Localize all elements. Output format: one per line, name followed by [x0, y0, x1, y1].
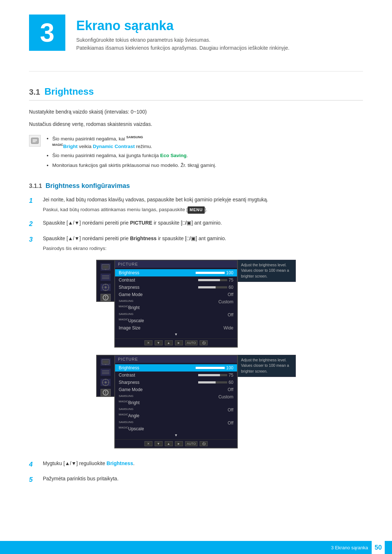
monitor-sidebar-1 [96, 260, 114, 302]
btn-power-2: ⏻ [200, 441, 208, 446]
svg-point-35 [105, 393, 106, 394]
menu-title-1: PICTURE [115, 260, 237, 268]
footer-page-number: 50 [372, 541, 385, 554]
sidebar-icon-1 [101, 263, 111, 271]
chapter-title-area: Ekrano sąranka Sukonfigūruokite tokius e… [76, 15, 289, 53]
footer-text: 3 Ekrano sąranka [331, 545, 368, 550]
monitor-bottom-2: ✕ ▼ ▲ ► AUTO ⏻ [115, 439, 237, 448]
monitor-screen-1: PICTURE Brightness 100 Contrast 75 Sharp… [96, 260, 296, 348]
menu-item-contrast-1: Contrast 75 [115, 276, 237, 284]
sidebar-icon-2-1 [101, 358, 111, 366]
notes-list: Šio meniu pasirinkti negalima, kai SAMSU… [46, 135, 216, 171]
chapter-title: Ekrano sąranka [76, 18, 289, 33]
svg-rect-21 [103, 360, 109, 364]
svg-point-19 [105, 298, 106, 299]
page-footer: 3 Ekrano sąranka 50 [0, 541, 392, 554]
btn-x-2: ✕ [144, 441, 152, 446]
down-arrow-1: ▼ [115, 332, 237, 337]
menu-item-gamemode-1: Game Mode Off [115, 291, 237, 298]
menu-item-sharpness-1: Sharpness 60 [115, 284, 237, 291]
monitor-bottom-1: ✕ ▼ ▲ ► AUTO ⏻ [115, 338, 237, 347]
chapter-header: 3 Ekrano sąranka Sukonfigūruokite tokius… [29, 15, 363, 60]
monitor-hint-2: Adjust the brightness level. Values clos… [238, 355, 296, 377]
menu-item-magicbright-2: SAMSUNGMAGICBright Custom [115, 393, 237, 406]
monitor-hint-1: Adjust the brightness level. Values clos… [238, 260, 296, 282]
menu-item-brightness-2: Brightness 100 [115, 364, 237, 372]
down-arrow-2: ▼ [115, 432, 237, 438]
menu-items-1: Brightness 100 Contrast 75 Sharpness 60 … [115, 268, 237, 338]
subsection-number: 3.1.1 [29, 183, 42, 189]
menu-title-2: PICTURE [115, 356, 237, 363]
monitor-display-1: PICTURE Brightness 100 Contrast 75 Sharp… [114, 260, 238, 348]
menu-item-magicupscale-1: SAMSUNGMAGICUpscale Off [115, 311, 237, 324]
step-2: 2 Spauskite [▲/▼] norėdami pereiti prie … [29, 219, 363, 229]
menu-item-sharpness-2: Sharpness 60 [115, 379, 237, 386]
monitor-display-2: PICTURE Brightness 100 Contrast 75 Sharp… [114, 355, 238, 448]
btn-enter-1: ► [175, 340, 183, 345]
sidebar-icon-2 [101, 274, 111, 281]
note-item-2: Šio meniu pasirinkti negalima, kai įjung… [52, 152, 216, 159]
step-4: 4 Mygtuku [▲/▼] reguliuokite Brightness. [29, 459, 363, 470]
menu-item-imagesize-1: Image Size Wide [115, 324, 237, 332]
svg-point-28 [105, 381, 107, 383]
step-3: 3 Spauskite [▲/▼] norėdami pereiti prie … [29, 234, 363, 253]
subsection-header: 3.1.1 Brightness konfigūravimas [29, 182, 363, 190]
svg-rect-5 [103, 265, 109, 268]
subsection-title: Brightness konfigūravimas [46, 182, 130, 190]
chapter-desc2: Pateikiamas išsamus kiekvienos funkcijos… [76, 45, 289, 51]
btn-down-1: ▼ [155, 340, 163, 345]
menu-item-contrast-2: Contrast 75 [115, 372, 237, 379]
monitor-sidebar-2 [96, 355, 114, 397]
monitor-screen-2: PICTURE Brightness 100 Contrast 75 Sharp… [96, 355, 296, 448]
section-header: 3.1 Brightness [29, 86, 363, 100]
sidebar-icon-2-3 [101, 379, 111, 386]
sidebar-icon-2-2 [101, 369, 111, 376]
btn-down-2: ▼ [155, 441, 163, 446]
btn-power-1: ⏻ [200, 340, 208, 345]
note-item-3: Monitoriaus funkcijos gali skirtis prikl… [52, 162, 216, 169]
separator [29, 71, 363, 71]
note-item-1: Šio meniu pasirinkti negalima, kai SAMSU… [52, 135, 216, 150]
btn-enter-2: ► [175, 441, 183, 446]
steps-container: 1 Jei norite, kad būtų rodomas klavišų v… [29, 196, 363, 253]
btn-up-1: ▲ [165, 340, 173, 345]
btn-x-1: ✕ [144, 340, 152, 345]
screens-container: PICTURE Brightness 100 Contrast 75 Sharp… [29, 260, 363, 448]
note-icon [29, 135, 41, 147]
menu-item-gamemode-2: Game Mode Off [115, 386, 237, 393]
chapter-number: 3 [29, 15, 65, 51]
menu-item-magicupscale-2: SAMSUNGMAGICUpscale Off [115, 419, 237, 432]
menu-item-brightness-1: Brightness 100 [115, 269, 237, 276]
section-body-line2: Nustačius didesnę vertę, rodomas skaiste… [29, 120, 363, 128]
section-body-line1: Nustatykite bendrą vaizdo skaistį (inter… [29, 108, 363, 116]
sidebar-icon-2-4 [101, 389, 111, 396]
menu-item-magicangle-2: SAMSUNGMAGICAngle Off [115, 406, 237, 419]
menu-item-magicbright-1: SAMSUNGMAGICBright Custom [115, 298, 237, 311]
svg-point-12 [105, 286, 107, 288]
btn-up-2: ▲ [165, 441, 173, 446]
step-5: 5 Pažymėta parinktis bus pritaikyta. [29, 475, 363, 485]
menu-items-2: Brightness 100 Contrast 75 Sharpness 60 … [115, 363, 237, 439]
sidebar-icon-4 [101, 294, 111, 301]
btn-auto-1: AUTO [185, 340, 198, 345]
step-1: 1 Jei norite, kad būtų rodomas klavišų v… [29, 196, 363, 214]
sidebar-icon-3 [101, 284, 111, 291]
btn-auto-2: AUTO [185, 441, 198, 446]
chapter-desc1: Sukonfigūruokite tokius ekrano parametru… [76, 37, 289, 43]
steps-after-container: 4 Mygtuku [▲/▼] reguliuokite Brightness.… [29, 459, 363, 485]
section-number: 3.1 [29, 87, 40, 97]
section-title: Brightness [45, 86, 94, 97]
notes-container: Šio meniu pasirinkti negalima, kai SAMSU… [29, 135, 363, 171]
